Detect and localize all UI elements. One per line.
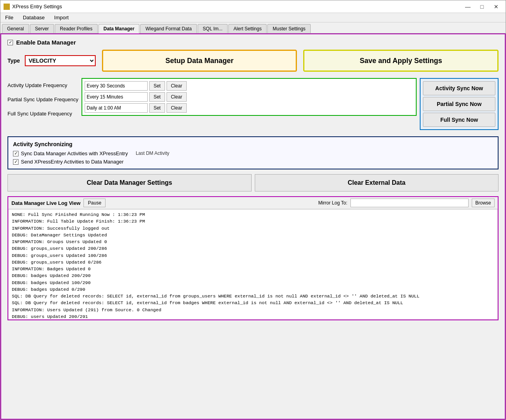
content-area: Enable Data Manager Type VELOCITY Setup … [0, 33, 506, 420]
activity-sync-now-button[interactable]: Activity Sync Now [423, 81, 495, 95]
clear-data-manager-settings-button[interactable]: Clear Data Manager Settings [7, 174, 252, 191]
full-sync-now-button[interactable]: Full Sync Now [423, 113, 495, 127]
mirror-log-label: Mirror Log To: [318, 200, 347, 206]
frequency-section: Activity Update Frequency Partial Sync U… [7, 78, 499, 130]
title-controls: — □ ✕ [462, 2, 502, 11]
menu-bar: File Database Import [0, 13, 506, 22]
send-xpress-activities-checkbox[interactable] [13, 159, 19, 165]
partial-freq-row: Set Clear [85, 92, 413, 102]
window-title: XPress Entry Settings [12, 4, 62, 9]
activity-freq-row: Set Clear [85, 81, 413, 91]
close-button[interactable]: ✕ [490, 2, 502, 11]
check-row-2: Send XPressEntry Activities to Data Mana… [13, 159, 128, 165]
check-row-1: Sync Data Manager Activities with XPress… [13, 151, 128, 156]
full-clear-button[interactable]: Clear [167, 103, 187, 113]
tab-bar: General Server Reader Profiles Data Mana… [0, 22, 506, 33]
tab-alert-settings[interactable]: Alert Settings [228, 24, 267, 33]
last-dm-activity: Last DM Activity [136, 151, 169, 156]
menu-database[interactable]: Database [20, 14, 48, 21]
browse-button[interactable]: Browse [472, 199, 495, 207]
freq-table: Set Clear Set Clear Set Clear [82, 78, 417, 116]
sync-buttons-panel: Activity Sync Now Partial Sync Now Full … [420, 78, 499, 130]
activity-sync-section: Activity Synchronizing Sync Data Manager… [7, 136, 499, 169]
full-freq-input[interactable] [85, 103, 148, 113]
activity-freq-label: Activity Update Frequency [7, 82, 67, 88]
partial-clear-button[interactable]: Clear [167, 92, 187, 102]
tab-reader-profiles[interactable]: Reader Profiles [55, 24, 98, 33]
title-bar: XPress Entry Settings — □ ✕ [0, 0, 506, 13]
menu-file[interactable]: File [2, 14, 17, 21]
log-body[interactable]: NONE: Full Sync Finished Running Now : 1… [8, 209, 498, 320]
log-pause-button[interactable]: Pause [83, 199, 106, 207]
partial-freq-input[interactable] [85, 92, 148, 102]
enable-data-manager-checkbox[interactable] [7, 40, 13, 45]
activity-sync-inner: Sync Data Manager Activities with XPress… [13, 151, 493, 165]
tab-server[interactable]: Server [30, 24, 54, 33]
checkboxes-col: Sync Data Manager Activities with XPress… [13, 151, 128, 165]
mirror-log-input[interactable] [350, 199, 469, 207]
send-xpress-label: Send XPressEntry Activities to Data Mana… [21, 159, 124, 165]
full-freq-row: Set Clear [85, 103, 413, 113]
log-section: Data Manager Live Log View Pause Mirror … [7, 196, 499, 320]
save-apply-button[interactable]: Save and Apply Settings [303, 50, 499, 72]
activity-clear-button[interactable]: Clear [167, 81, 187, 91]
partial-freq-label: Partial Sync Update Frequency [7, 97, 78, 102]
type-select[interactable]: VELOCITY [25, 55, 96, 66]
clear-row: Clear Data Manager Settings Clear Extern… [7, 174, 499, 191]
clear-external-data-button[interactable]: Clear External Data [255, 174, 499, 191]
tab-data-manager[interactable]: Data Manager [98, 24, 140, 33]
minimize-button[interactable]: — [462, 2, 474, 11]
type-row: Type VELOCITY [7, 55, 96, 66]
activity-set-button[interactable]: Set [149, 81, 165, 91]
setup-data-manager-button[interactable]: Setup Data Manager [102, 50, 297, 72]
partial-set-button[interactable]: Set [149, 92, 165, 102]
activity-freq-input[interactable] [85, 81, 148, 91]
main-window: XPress Entry Settings — □ ✕ File Databas… [0, 0, 506, 420]
activity-sync-title: Activity Synchronizing [13, 141, 493, 147]
sync-dm-label: Sync Data Manager Activities with XPress… [21, 151, 128, 156]
log-title: Data Manager Live Log View [11, 200, 80, 206]
title-bar-left: XPress Entry Settings [4, 4, 62, 10]
enable-row: Enable Data Manager [7, 39, 499, 46]
type-label: Type [7, 58, 20, 64]
tab-wiegand[interactable]: Wiegand Format Data [140, 24, 196, 33]
full-freq-label: Full Sync Update Frequency [7, 111, 72, 117]
maximize-button[interactable]: □ [476, 2, 488, 11]
app-icon [4, 4, 10, 10]
log-header: Data Manager Live Log View Pause Mirror … [8, 197, 498, 209]
tab-muster-settings[interactable]: Muster Settings [267, 24, 310, 33]
tab-general[interactable]: General [2, 24, 29, 33]
menu-import[interactable]: Import [51, 14, 72, 21]
sync-dm-activities-checkbox[interactable] [13, 151, 19, 156]
partial-sync-now-button[interactable]: Partial Sync Now [423, 97, 495, 111]
full-set-button[interactable]: Set [149, 103, 165, 113]
tab-sql[interactable]: SQL Im... [198, 24, 228, 33]
enable-data-manager-label: Enable Data Manager [16, 39, 76, 46]
